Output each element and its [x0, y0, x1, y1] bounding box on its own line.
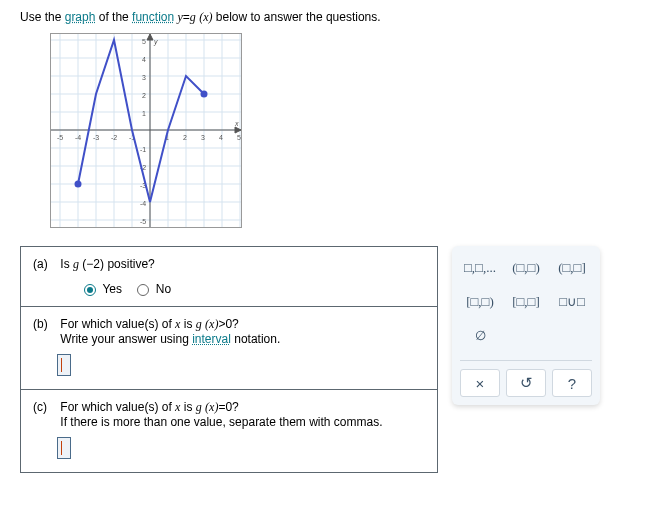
- symbol-palette: □,□,... (□,□) (□,□] [□,□) [□,□] □∪□ ∅ × …: [452, 246, 600, 405]
- palette-list[interactable]: □,□,...: [460, 254, 500, 282]
- answer-input-c[interactable]: [57, 437, 71, 459]
- reset-button[interactable]: ↺: [506, 369, 546, 397]
- svg-text:4: 4: [219, 134, 223, 141]
- part-label-b: (b): [33, 317, 57, 331]
- palette-open-interval[interactable]: (□,□): [506, 254, 546, 282]
- glossary-link-function[interactable]: function: [132, 10, 174, 24]
- svg-text:-4: -4: [140, 200, 146, 207]
- answer-input-b[interactable]: [57, 354, 71, 376]
- part-label-c: (c): [33, 400, 57, 414]
- function-graph: -5-4-3 -2-1 123 45 543 21 -1-2-3 -4-5 y …: [50, 33, 242, 228]
- question-c: (c) For which value(s) of x is g (x)=0? …: [21, 390, 437, 472]
- help-button[interactable]: ?: [552, 369, 592, 397]
- endpoint-right: [201, 91, 208, 98]
- svg-text:-5: -5: [57, 134, 63, 141]
- palette-union[interactable]: □∪□: [552, 288, 592, 316]
- graph-svg: -5-4-3 -2-1 123 45 543 21 -1-2-3 -4-5 y …: [51, 34, 241, 227]
- question-a: (a) Is g (−2) positive? Yes No: [21, 247, 437, 307]
- svg-text:y: y: [153, 38, 158, 46]
- svg-text:5: 5: [142, 38, 146, 45]
- questions-panel: (a) Is g (−2) positive? Yes No (b): [20, 246, 438, 473]
- palette-right-open[interactable]: [□,□): [460, 288, 500, 316]
- svg-text:2: 2: [183, 134, 187, 141]
- svg-text:2: 2: [142, 92, 146, 99]
- glossary-link-graph[interactable]: graph: [65, 10, 96, 24]
- palette-left-open[interactable]: (□,□]: [552, 254, 592, 282]
- svg-text:-4: -4: [75, 134, 81, 141]
- glossary-link-interval[interactable]: interval: [192, 332, 231, 346]
- palette-closed-interval[interactable]: [□,□]: [506, 288, 546, 316]
- instruction-text: Use the graph of the function y=g (x) be…: [20, 10, 641, 25]
- svg-text:3: 3: [201, 134, 205, 141]
- radio-yes[interactable]: Yes: [84, 282, 125, 296]
- svg-text:4: 4: [142, 56, 146, 63]
- svg-text:1: 1: [142, 110, 146, 117]
- radio-icon: [84, 284, 96, 296]
- radio-no[interactable]: No: [137, 282, 171, 296]
- svg-text:-5: -5: [140, 218, 146, 225]
- svg-text:3: 3: [142, 74, 146, 81]
- radio-icon: [137, 284, 149, 296]
- svg-text:5: 5: [237, 134, 241, 141]
- svg-text:x: x: [234, 120, 239, 127]
- palette-empty-set[interactable]: ∅: [460, 322, 500, 350]
- part-label-a: (a): [33, 257, 57, 271]
- svg-text:-2: -2: [111, 134, 117, 141]
- question-b: (b) For which value(s) of x is g (x)>0? …: [21, 307, 437, 390]
- svg-text:-3: -3: [93, 134, 99, 141]
- svg-text:-1: -1: [140, 146, 146, 153]
- clear-button[interactable]: ×: [460, 369, 500, 397]
- endpoint-left: [75, 181, 82, 188]
